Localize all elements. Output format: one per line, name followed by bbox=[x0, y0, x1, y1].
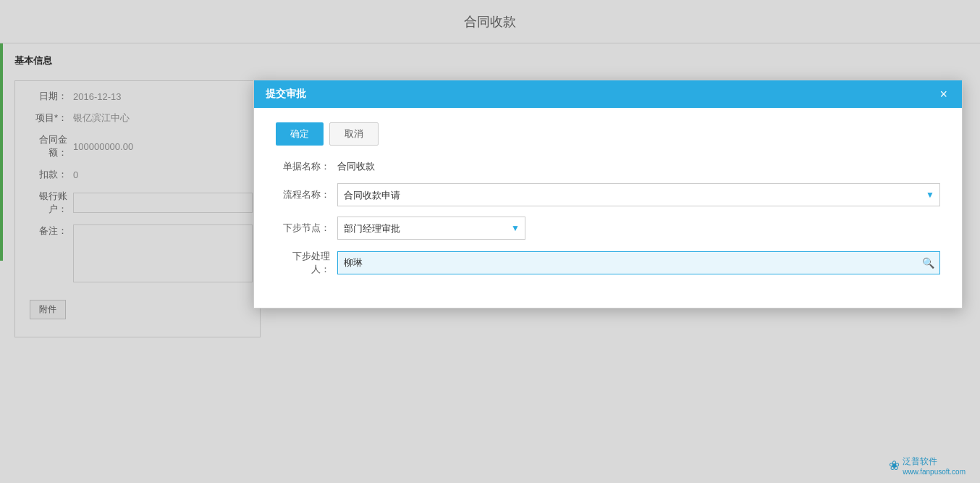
modal-row-next-person: 下步处理人： 🔍 bbox=[276, 250, 940, 276]
modal-body: 确定 取消 单据名称： 合同收款 流程名称： 合同收款申请 ▼ bbox=[254, 108, 962, 308]
modal-label-next-person: 下步处理人： bbox=[276, 250, 337, 276]
modal-label-doc-name: 单据名称： bbox=[276, 160, 337, 173]
modal-header: 提交审批 × bbox=[254, 80, 962, 108]
next-person-input-wrapper: 🔍 bbox=[337, 251, 940, 274]
modal-dialog: 提交审批 × 确定 取消 单据名称： 合同收款 流程名称： 合同收款申请 bbox=[253, 80, 963, 308]
process-name-select[interactable]: 合同收款申请 bbox=[337, 183, 940, 206]
search-icon[interactable]: 🔍 bbox=[922, 257, 934, 269]
modal-actions: 确定 取消 bbox=[276, 122, 940, 146]
next-person-input[interactable] bbox=[337, 251, 940, 274]
modal-title: 提交审批 bbox=[266, 88, 306, 101]
modal-label-process-name: 流程名称： bbox=[276, 188, 337, 201]
modal-row-process-name: 流程名称： 合同收款申请 ▼ bbox=[276, 183, 940, 206]
next-node-select[interactable]: 部门经理审批 bbox=[337, 217, 525, 240]
modal-row-doc-name: 单据名称： 合同收款 bbox=[276, 160, 940, 173]
page-wrapper: 合同收款 基本信息 日期： 2016-12-13 项目*： 银亿滨江中心 合同金… bbox=[0, 0, 980, 483]
confirm-button[interactable]: 确定 bbox=[276, 122, 324, 146]
modal-row-next-node: 下步节点： 部门经理审批 ▼ bbox=[276, 217, 940, 240]
cancel-button[interactable]: 取消 bbox=[329, 122, 379, 146]
modal-close-button[interactable]: × bbox=[937, 88, 950, 101]
modal-label-next-node: 下步节点： bbox=[276, 222, 337, 235]
next-node-select-wrapper: 部门经理审批 ▼ bbox=[337, 217, 525, 240]
process-name-select-wrapper: 合同收款申请 ▼ bbox=[337, 183, 940, 206]
modal-value-doc-name: 合同收款 bbox=[337, 160, 375, 173]
